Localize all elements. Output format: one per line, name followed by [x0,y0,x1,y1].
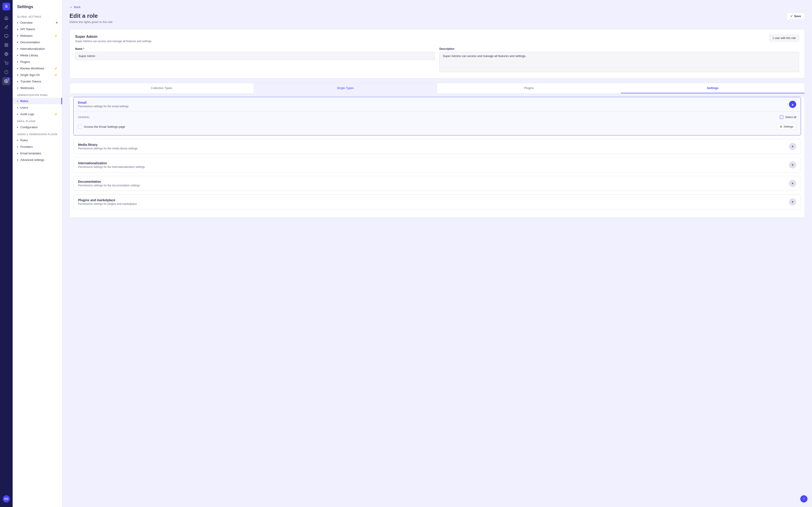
email-toggle-btn[interactable]: ▲ [789,101,796,108]
select-all-checkbox[interactable] [780,115,783,119]
select-all-row: Select all [780,115,796,119]
users-plugin-label: USERS & PERMISSIONS PLUGIN [13,130,62,137]
svg-point-9 [6,64,6,65]
gear-icon: ⚙ [780,125,782,128]
sidebar-item-api-tokens[interactable]: API Tokens [13,26,62,33]
dot-icon [17,153,18,154]
page-title: Edit a role [69,12,112,19]
lightning-icon: ⚡ [54,113,57,116]
sidebar-item-internationalization[interactable]: Internationalization [13,46,62,52]
sidebar-item-users[interactable]: Users [13,104,62,111]
sidebar-item-media-library[interactable]: Media Library [13,52,62,59]
nav-marketplace[interactable] [2,50,10,58]
sidebar-item-releases[interactable]: Releases ⚡ [13,33,62,39]
sidebar-item-single-sign-on[interactable]: Single Sign-On ⚡ [13,72,62,78]
email-settings-label: Access the Email Settings page [84,125,125,128]
perm-section-media-header[interactable]: Media library Permissions settings for t… [73,139,801,154]
sidebar-item-transfer-tokens[interactable]: Transfer Tokens [13,78,62,85]
user-count-badge: 1 user with this role [769,35,799,42]
dot-icon [17,127,18,128]
perm-section-media-info: Media library Permissions settings for t… [78,143,789,150]
sidebar-item-advanced-settings[interactable]: Advanced settings [13,157,62,163]
plugins-marketplace-toggle-btn[interactable]: ▼ [789,198,796,206]
help-button[interactable]: ? [800,495,808,503]
dot-icon [17,160,18,160]
perm-section-i18n: Internationalization Permissions setting… [73,158,801,172]
i18n-toggle-btn[interactable]: ▼ [789,161,796,169]
sidebar-item-review-workflows[interactable]: Review Workflows ⚡ [13,65,62,72]
email-settings-checkbox[interactable] [78,125,82,128]
sidebar-item-providers[interactable]: Providers [13,144,62,150]
role-info: Super Admin Super Admins can access and … [75,35,152,43]
email-general-row: GENERAL Select all [78,115,796,119]
sidebar-item-documentation[interactable]: Documentation [13,39,62,46]
description-field: Description Super Admins can access and … [439,47,799,73]
svg-point-10 [7,64,8,65]
tab-plugins[interactable]: Plugins [437,83,621,93]
select-all-label: Select all [785,116,796,119]
perm-section-plugins-marketplace-info: Plugins and marketplace Permissions sett… [78,198,789,206]
email-settings-btn[interactable]: ⚙ Settings [777,123,796,130]
sidebar-item-webhooks[interactable]: Webhooks [13,85,62,91]
global-settings-label: GLOBAL SETTINGS [13,13,62,19]
perm-section-plugins-marketplace-header[interactable]: Plugins and marketplace Permissions sett… [73,195,801,209]
general-label: GENERAL [78,116,90,118]
dot-icon [17,48,18,49]
perm-section-email-header[interactable]: Email Permissions settings for the email… [73,97,801,112]
media-toggle-btn[interactable]: ▼ [789,143,796,150]
plugins-marketplace-desc: Permissions settings for plugins and mar… [78,202,789,206]
sidebar-item-roles-users[interactable]: Roles [13,137,62,144]
i18n-section-title: Internationalization [78,161,789,165]
perm-section-i18n-header[interactable]: Internationalization Permissions setting… [73,158,801,172]
email-section-title: Email [78,101,789,104]
dot-icon [17,140,18,141]
page-header: Edit a role Define the rights given to t… [69,12,805,24]
description-input[interactable]: Super Admins can access and manage all f… [439,52,799,72]
checkmark-icon: ✓ [790,14,793,18]
dot-icon [17,61,18,62]
dot-icon [17,36,18,36]
perm-section-docs-info: Documentation Permissions settings for t… [78,180,789,187]
sidebar-item-roles-admin[interactable]: Roles [13,98,62,104]
plugins-marketplace-title: Plugins and marketplace [78,198,789,202]
sidebar-item-configuration[interactable]: Configuration [13,124,62,130]
nav-shop[interactable] [2,59,10,67]
lightning-icon: ⚡ [54,67,57,70]
perm-section-email: Email Permissions settings for the email… [73,97,801,135]
perm-section-email-info: Email Permissions settings for the email… [78,101,789,108]
perm-section-plugins-marketplace: Plugins and marketplace Permissions sett… [73,194,801,209]
svg-rect-6 [5,46,6,47]
nav-home[interactable] [2,14,10,22]
nav-media[interactable] [2,32,10,40]
dot-icon [17,88,18,89]
sidebar-item-audit-logs[interactable]: Audit Logs ⚡ [13,111,62,117]
nav-builder[interactable] [2,41,10,49]
email-perm-item-left: Access the Email Settings page [78,125,125,128]
tab-collection-types[interactable]: Collection Types [70,83,254,93]
nav-info[interactable] [2,68,10,76]
role-card: Super Admin Super Admins can access and … [69,29,805,78]
perm-section-docs-header[interactable]: Documentation Permissions settings for t… [73,176,801,191]
save-button[interactable]: ✓ Save [786,12,805,20]
nav-content[interactable] [2,23,10,31]
name-input[interactable] [75,52,435,60]
app-logo[interactable]: S [2,3,10,10]
tab-settings[interactable]: Settings [621,83,805,93]
dot-icon [17,68,18,69]
dot-icon [17,114,18,115]
name-field: Name * [75,47,435,73]
i18n-section-desc: Permissions settings for the Internation… [78,165,789,169]
docs-toggle-btn[interactable]: ▼ [789,180,796,187]
back-link[interactable]: Back [69,5,805,9]
dot-icon [17,74,18,75]
icon-bar: S 1 KD [0,0,13,507]
sidebar-item-email-templates[interactable]: Email templates [13,150,62,157]
settings-badge: 1 [7,77,10,81]
media-section-desc: Permissions settings for the media libra… [78,147,789,150]
sidebar-item-plugins[interactable]: Plugins [13,59,62,65]
nav-settings[interactable]: 1 [2,77,10,85]
user-avatar[interactable]: KD [3,495,10,503]
sidebar-item-overview[interactable]: Overview [13,19,62,26]
tab-single-types[interactable]: Single Types [254,83,437,93]
dot-icon [17,29,18,30]
